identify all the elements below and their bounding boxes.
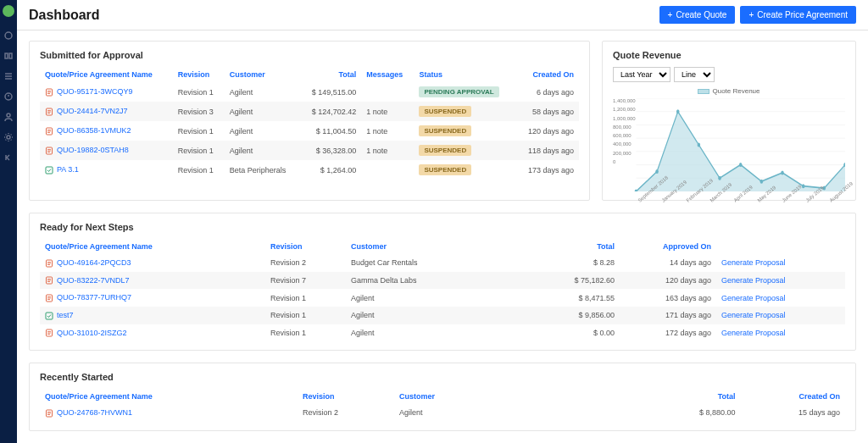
nav-dashboard-icon[interactable] xyxy=(3,30,14,41)
logo-icon[interactable] xyxy=(3,5,14,17)
customer-cell: Agilent xyxy=(225,102,300,121)
total-cell: $ 1,264.00 xyxy=(299,160,361,180)
nav-list-icon[interactable] xyxy=(3,71,14,81)
svg-rect-1 xyxy=(5,53,8,58)
chart-legend: Quote Revenue xyxy=(613,87,845,95)
messages-cell xyxy=(361,160,414,180)
customer-cell: Agilent xyxy=(225,82,300,102)
y-tick: 600,000 xyxy=(613,133,636,138)
nav-user-icon[interactable] xyxy=(3,112,14,122)
col-name[interactable]: Quote/Price Agreement Name xyxy=(40,239,265,254)
status-cell: SUSPENDED xyxy=(414,102,515,121)
period-select[interactable]: Last Year xyxy=(613,67,670,82)
created-cell: 118 days ago xyxy=(515,141,579,160)
messages-cell: 1 note xyxy=(361,102,414,121)
generate-proposal-link[interactable]: Generate Proposal xyxy=(721,258,786,267)
col-customer[interactable]: Customer xyxy=(225,67,300,82)
ready-for-next-steps-panel: Ready for Next Steps Quote/Price Agreeme… xyxy=(29,213,856,351)
customer-cell: Agilent xyxy=(346,307,523,324)
generate-proposal-link[interactable]: Generate Proposal xyxy=(721,329,786,337)
quote-revenue-panel: Quote Revenue Last Year Line Quote Reven… xyxy=(602,41,856,201)
messages-cell xyxy=(361,82,414,102)
sidebar xyxy=(0,0,17,443)
customer-cell: Agilent xyxy=(394,404,636,422)
approval-table: Quote/Price Agreement Name Revision Cust… xyxy=(40,67,579,180)
create-quote-button[interactable]: +Create Quote xyxy=(659,6,736,24)
generate-proposal-link[interactable]: Generate Proposal xyxy=(721,294,786,302)
col-name[interactable]: Quote/Price Agreement Name xyxy=(40,389,298,404)
quote-link[interactable]: QUO-49164-2PQCD3 xyxy=(57,258,131,267)
panel-title: Submitted for Approval xyxy=(40,50,579,60)
y-tick: 1,400,000 xyxy=(613,98,636,103)
quote-link[interactable]: QUO-19882-0STAH8 xyxy=(57,146,129,154)
generate-proposal-link[interactable]: Generate Proposal xyxy=(721,276,786,285)
svg-rect-58 xyxy=(46,313,53,319)
recent-table: Quote/Price Agreement Name Revision Cust… xyxy=(40,389,845,422)
nav-settings-icon[interactable] xyxy=(3,132,14,142)
col-revision[interactable]: Revision xyxy=(173,67,225,82)
quote-doc-icon xyxy=(45,147,53,155)
total-cell: $ 11,004.50 xyxy=(299,121,361,141)
quote-link[interactable]: QUO-78377-7URHQ7 xyxy=(57,293,131,302)
svg-point-39 xyxy=(718,176,721,180)
approved-cell: 14 days ago xyxy=(620,254,716,272)
col-status[interactable]: Status xyxy=(414,67,515,82)
revision-cell: Revision 1 xyxy=(265,289,346,307)
col-approved[interactable]: Approved On xyxy=(620,239,716,254)
quote-link[interactable]: QUO-24768-7HVWN1 xyxy=(57,408,132,417)
revision-cell: Revision 3 xyxy=(173,102,225,121)
col-revision[interactable]: Revision xyxy=(265,239,346,254)
nav-collapse-icon[interactable] xyxy=(3,152,14,163)
total-cell: $ 0.00 xyxy=(523,324,620,342)
create-price-agreement-button[interactable]: +Create Price Agreement xyxy=(740,6,856,24)
table-row: PA 3.1Revision 1Beta Peripherals$ 1,264.… xyxy=(40,160,579,180)
col-created[interactable]: Created On xyxy=(741,389,846,404)
svg-point-37 xyxy=(676,109,680,114)
col-created[interactable]: Created On xyxy=(515,67,579,82)
col-name[interactable]: Quote/Price Agreement Name xyxy=(40,67,173,82)
col-total[interactable]: Total xyxy=(523,239,620,254)
create-pa-label: Create Price Agreement xyxy=(757,10,848,19)
messages-cell: 1 note xyxy=(361,121,414,141)
create-quote-label: Create Quote xyxy=(676,10,726,19)
col-customer[interactable]: Customer xyxy=(394,389,636,404)
pa-doc-icon xyxy=(45,312,53,320)
customer-cell: Agilent xyxy=(346,324,523,342)
col-messages[interactable]: Messages xyxy=(361,67,414,82)
created-cell: 58 days ago xyxy=(515,102,579,121)
quote-doc-icon xyxy=(45,294,53,302)
status-cell: SUSPENDED xyxy=(414,141,515,160)
y-tick: 200,000 xyxy=(613,151,636,156)
col-total[interactable]: Total xyxy=(299,67,361,82)
total-cell: $ 75,182.60 xyxy=(523,272,620,290)
generate-proposal-link[interactable]: Generate Proposal xyxy=(721,311,786,319)
col-revision[interactable]: Revision xyxy=(298,389,394,404)
quote-link[interactable]: QUO-31010-2ISZG2 xyxy=(57,329,127,337)
table-row: QUO-49164-2PQCD3Revision 2Budget Car Ren… xyxy=(40,254,845,272)
svg-point-36 xyxy=(655,169,659,174)
quote-link[interactable]: QUO-86358-1VMUK2 xyxy=(57,126,131,135)
approved-cell: 163 days ago xyxy=(620,289,716,307)
svg-point-42 xyxy=(781,170,784,174)
approved-cell: 171 days ago xyxy=(620,307,716,324)
quote-link[interactable]: QUO-95171-3WCQY9 xyxy=(57,87,133,96)
chart-type-select[interactable]: Line xyxy=(674,67,715,82)
submitted-for-approval-panel: Submitted for Approval Quote/Price Agree… xyxy=(29,41,590,201)
created-cell: 6 days ago xyxy=(515,82,579,102)
quote-link[interactable]: QUO-83222-7VNDL7 xyxy=(57,276,130,285)
svg-point-41 xyxy=(760,180,764,184)
status-cell: SUSPENDED xyxy=(414,160,515,180)
nav-help-icon[interactable] xyxy=(3,91,14,102)
col-customer[interactable]: Customer xyxy=(346,239,523,254)
nav-compare-icon[interactable] xyxy=(3,51,14,61)
revision-cell: Revision 7 xyxy=(265,272,346,290)
topbar: Dashboard +Create Quote +Create Price Ag… xyxy=(17,0,868,30)
main: Dashboard +Create Quote +Create Price Ag… xyxy=(17,0,868,443)
svg-point-9 xyxy=(7,136,10,139)
quote-link[interactable]: QUO-24414-7VN2J7 xyxy=(57,107,128,115)
plus-icon: + xyxy=(748,10,754,19)
col-total[interactable]: Total xyxy=(636,389,741,404)
quote-link[interactable]: test7 xyxy=(57,311,74,319)
quote-link[interactable]: PA 3.1 xyxy=(57,165,79,174)
svg-point-40 xyxy=(739,163,743,167)
